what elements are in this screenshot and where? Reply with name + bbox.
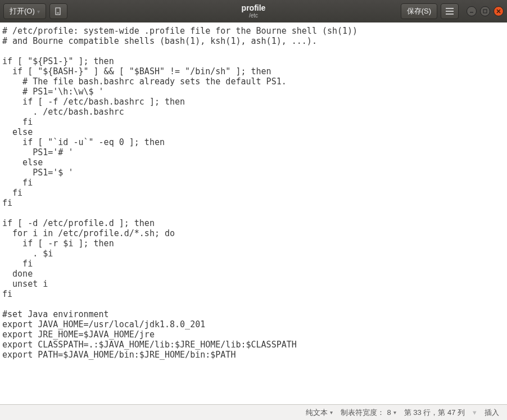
text-editor-area[interactable]: # /etc/profile: system-wide .profile fil… <box>0 22 507 404</box>
maximize-button[interactable] <box>480 6 490 16</box>
menu-button[interactable] <box>441 3 459 19</box>
maximize-icon <box>482 8 488 14</box>
title-subtitle: /etc <box>242 12 266 19</box>
tab-width-value: 8 <box>387 408 391 417</box>
statusbar: 纯文本 ▾ 制表符宽度： 8 ▾ 第 33 行，第 47 列 ▾ 插入 <box>0 404 507 420</box>
window-controls <box>467 6 504 16</box>
open-label: 打开(O) <box>10 6 35 16</box>
title-main: profile <box>242 4 266 12</box>
chevron-down-icon: ▾ <box>37 8 40 15</box>
new-document-icon <box>55 7 62 15</box>
minimize-icon <box>469 8 474 14</box>
cursor-position[interactable]: 第 33 行，第 47 列 <box>404 408 465 418</box>
open-button[interactable]: 打开(O) ▾ <box>3 3 46 19</box>
chevron-down-icon: ▾ <box>393 409 396 416</box>
svg-rect-1 <box>483 10 487 13</box>
close-button[interactable] <box>494 6 504 16</box>
tab-width-label: 制表符宽度： <box>341 408 384 418</box>
save-button[interactable]: 保存(S) <box>401 3 437 19</box>
hamburger-icon <box>446 8 454 15</box>
syntax-mode-selector[interactable]: 纯文本 ▾ <box>306 408 333 418</box>
separator: ▾ <box>473 408 477 417</box>
new-tab-button[interactable] <box>49 3 67 19</box>
close-icon <box>496 8 501 14</box>
insert-mode[interactable]: 插入 <box>485 408 499 418</box>
chevron-down-icon: ▾ <box>330 409 333 416</box>
save-label: 保存(S) <box>407 6 431 16</box>
minimize-button[interactable] <box>467 6 477 16</box>
syntax-mode-label: 纯文本 <box>306 408 328 418</box>
titlebar: 打开(O) ▾ profile /etc 保存(S) <box>0 0 507 22</box>
svg-rect-0 <box>56 8 60 15</box>
window-title: profile /etc <box>242 4 266 19</box>
tab-width-selector[interactable]: 制表符宽度： 8 ▾ <box>341 408 396 418</box>
